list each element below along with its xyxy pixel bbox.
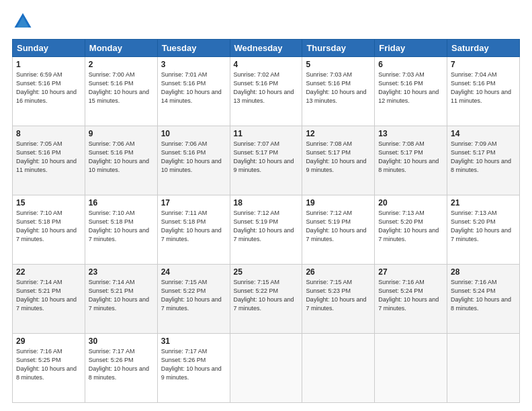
day-number: 28 xyxy=(451,267,516,277)
day-number: 21 xyxy=(451,198,516,208)
calendar-cell: 11 Sunrise: 7:07 AM Sunset: 5:17 PM Dayl… xyxy=(230,126,302,195)
calendar-cell: 15 Sunrise: 7:10 AM Sunset: 5:18 PM Dayl… xyxy=(13,195,85,265)
day-number: 4 xyxy=(234,60,299,69)
calendar-week-row: 8 Sunrise: 7:05 AM Sunset: 5:16 PM Dayli… xyxy=(13,126,520,195)
day-info: Sunrise: 7:08 AM Sunset: 5:17 PM Dayligh… xyxy=(306,140,371,175)
day-number: 24 xyxy=(161,267,226,277)
col-header-thursday: Thursday xyxy=(302,40,375,57)
day-info: Sunrise: 7:03 AM Sunset: 5:16 PM Dayligh… xyxy=(378,71,443,105)
day-number: 8 xyxy=(16,129,81,138)
day-number: 26 xyxy=(306,267,371,277)
day-number: 12 xyxy=(306,129,371,138)
col-header-friday: Friday xyxy=(375,40,447,57)
day-number: 17 xyxy=(161,198,226,208)
day-info: Sunrise: 7:09 AM Sunset: 5:17 PM Dayligh… xyxy=(451,140,516,175)
calendar-cell: 8 Sunrise: 7:05 AM Sunset: 5:16 PM Dayli… xyxy=(13,126,85,195)
day-info: Sunrise: 7:16 AM Sunset: 5:24 PM Dayligh… xyxy=(451,278,516,313)
day-number: 6 xyxy=(378,60,443,69)
calendar-cell: 26 Sunrise: 7:15 AM Sunset: 5:23 PM Dayl… xyxy=(302,265,375,334)
day-number: 3 xyxy=(161,60,226,69)
day-info: Sunrise: 7:11 AM Sunset: 5:18 PM Dayligh… xyxy=(161,209,226,244)
calendar-cell: 3 Sunrise: 7:01 AM Sunset: 5:16 PM Dayli… xyxy=(157,57,230,126)
col-header-sunday: Sunday xyxy=(13,40,85,57)
day-info: Sunrise: 7:15 AM Sunset: 5:23 PM Dayligh… xyxy=(306,278,371,313)
calendar-week-row: 1 Sunrise: 6:59 AM Sunset: 5:16 PM Dayli… xyxy=(13,57,520,126)
calendar-cell: 5 Sunrise: 7:03 AM Sunset: 5:16 PM Dayli… xyxy=(302,57,375,126)
calendar-cell: 27 Sunrise: 7:16 AM Sunset: 5:24 PM Dayl… xyxy=(375,265,447,334)
day-info: Sunrise: 7:13 AM Sunset: 5:20 PM Dayligh… xyxy=(378,209,443,244)
day-info: Sunrise: 7:16 AM Sunset: 5:24 PM Dayligh… xyxy=(378,278,443,313)
day-number: 20 xyxy=(378,198,443,208)
calendar-cell: 22 Sunrise: 7:14 AM Sunset: 5:21 PM Dayl… xyxy=(13,265,85,334)
calendar-table: SundayMondayTuesdayWednesdayThursdayFrid… xyxy=(12,39,520,403)
day-number: 2 xyxy=(89,60,154,69)
day-number: 11 xyxy=(234,129,299,138)
page: SundayMondayTuesdayWednesdayThursdayFrid… xyxy=(0,0,532,411)
calendar-cell: 9 Sunrise: 7:06 AM Sunset: 5:16 PM Dayli… xyxy=(85,126,157,195)
header xyxy=(12,11,520,32)
day-number: 27 xyxy=(378,267,443,277)
calendar-cell: 17 Sunrise: 7:11 AM Sunset: 5:18 PM Dayl… xyxy=(157,195,230,265)
col-header-wednesday: Wednesday xyxy=(230,40,302,57)
calendar-cell: 6 Sunrise: 7:03 AM Sunset: 5:16 PM Dayli… xyxy=(375,57,447,126)
day-info: Sunrise: 7:08 AM Sunset: 5:17 PM Dayligh… xyxy=(378,140,443,175)
col-header-monday: Monday xyxy=(85,40,157,57)
day-number: 30 xyxy=(89,336,154,346)
calendar-cell: 14 Sunrise: 7:09 AM Sunset: 5:17 PM Dayl… xyxy=(447,126,520,195)
day-info: Sunrise: 7:10 AM Sunset: 5:18 PM Dayligh… xyxy=(89,209,154,244)
day-info: Sunrise: 7:12 AM Sunset: 5:19 PM Dayligh… xyxy=(234,209,299,244)
day-number: 15 xyxy=(16,198,81,208)
calendar-cell: 23 Sunrise: 7:14 AM Sunset: 5:21 PM Dayl… xyxy=(85,265,157,334)
day-info: Sunrise: 7:07 AM Sunset: 5:17 PM Dayligh… xyxy=(234,140,299,175)
calendar-cell: 16 Sunrise: 7:10 AM Sunset: 5:18 PM Dayl… xyxy=(85,195,157,265)
calendar-week-row: 29 Sunrise: 7:16 AM Sunset: 5:25 PM Dayl… xyxy=(13,334,520,403)
day-info: Sunrise: 7:02 AM Sunset: 5:16 PM Dayligh… xyxy=(234,71,299,105)
day-info: Sunrise: 6:59 AM Sunset: 5:16 PM Dayligh… xyxy=(16,71,81,105)
calendar-cell: 31 Sunrise: 7:17 AM Sunset: 5:26 PM Dayl… xyxy=(157,334,230,403)
day-info: Sunrise: 7:06 AM Sunset: 5:16 PM Dayligh… xyxy=(89,140,154,175)
day-number: 31 xyxy=(161,336,226,346)
day-number: 16 xyxy=(89,198,154,208)
day-number: 5 xyxy=(306,60,371,69)
day-number: 10 xyxy=(161,129,226,138)
day-number: 7 xyxy=(451,60,516,69)
day-info: Sunrise: 7:04 AM Sunset: 5:16 PM Dayligh… xyxy=(451,71,516,105)
calendar-cell xyxy=(230,334,302,403)
day-info: Sunrise: 7:03 AM Sunset: 5:16 PM Dayligh… xyxy=(306,71,371,105)
calendar-header-row: SundayMondayTuesdayWednesdayThursdayFrid… xyxy=(13,40,520,57)
calendar-cell: 29 Sunrise: 7:16 AM Sunset: 5:25 PM Dayl… xyxy=(13,334,85,403)
day-number: 29 xyxy=(16,336,81,346)
day-number: 23 xyxy=(89,267,154,277)
day-info: Sunrise: 7:14 AM Sunset: 5:21 PM Dayligh… xyxy=(16,278,81,313)
calendar-cell: 12 Sunrise: 7:08 AM Sunset: 5:17 PM Dayl… xyxy=(302,126,375,195)
calendar-cell: 25 Sunrise: 7:15 AM Sunset: 5:22 PM Dayl… xyxy=(230,265,302,334)
calendar-cell: 13 Sunrise: 7:08 AM Sunset: 5:17 PM Dayl… xyxy=(375,126,447,195)
day-info: Sunrise: 7:12 AM Sunset: 5:19 PM Dayligh… xyxy=(306,209,371,244)
calendar-cell: 10 Sunrise: 7:06 AM Sunset: 5:16 PM Dayl… xyxy=(157,126,230,195)
day-number: 9 xyxy=(89,129,154,138)
day-info: Sunrise: 7:01 AM Sunset: 5:16 PM Dayligh… xyxy=(161,71,226,105)
logo xyxy=(12,11,36,32)
calendar-cell: 20 Sunrise: 7:13 AM Sunset: 5:20 PM Dayl… xyxy=(375,195,447,265)
day-info: Sunrise: 7:16 AM Sunset: 5:25 PM Dayligh… xyxy=(16,347,81,382)
day-number: 19 xyxy=(306,198,371,208)
day-info: Sunrise: 7:06 AM Sunset: 5:16 PM Dayligh… xyxy=(161,140,226,175)
day-number: 22 xyxy=(16,267,81,277)
col-header-saturday: Saturday xyxy=(447,40,520,57)
col-header-tuesday: Tuesday xyxy=(157,40,230,57)
day-info: Sunrise: 7:10 AM Sunset: 5:18 PM Dayligh… xyxy=(16,209,81,244)
calendar-cell: 21 Sunrise: 7:13 AM Sunset: 5:20 PM Dayl… xyxy=(447,195,520,265)
calendar-cell xyxy=(447,334,520,403)
calendar-cell: 19 Sunrise: 7:12 AM Sunset: 5:19 PM Dayl… xyxy=(302,195,375,265)
calendar-cell: 30 Sunrise: 7:17 AM Sunset: 5:26 PM Dayl… xyxy=(85,334,157,403)
day-info: Sunrise: 7:14 AM Sunset: 5:21 PM Dayligh… xyxy=(89,278,154,313)
calendar-cell: 1 Sunrise: 6:59 AM Sunset: 5:16 PM Dayli… xyxy=(13,57,85,126)
calendar-cell: 28 Sunrise: 7:16 AM Sunset: 5:24 PM Dayl… xyxy=(447,265,520,334)
day-number: 13 xyxy=(378,129,443,138)
calendar-week-row: 22 Sunrise: 7:14 AM Sunset: 5:21 PM Dayl… xyxy=(13,265,520,334)
day-number: 14 xyxy=(451,129,516,138)
calendar-cell xyxy=(302,334,375,403)
day-info: Sunrise: 7:15 AM Sunset: 5:22 PM Dayligh… xyxy=(234,278,299,313)
calendar-cell: 7 Sunrise: 7:04 AM Sunset: 5:16 PM Dayli… xyxy=(447,57,520,126)
day-info: Sunrise: 7:00 AM Sunset: 5:16 PM Dayligh… xyxy=(89,71,154,105)
